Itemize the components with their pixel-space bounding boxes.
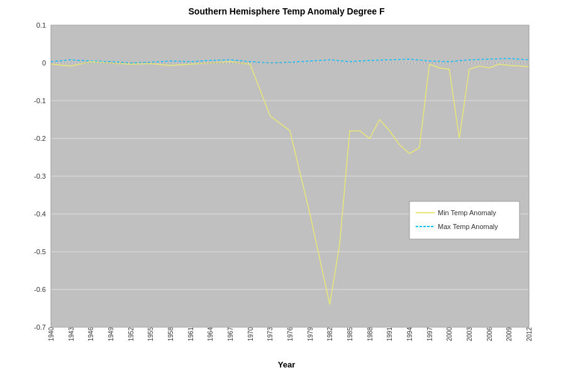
y-label-n04: -0.4	[34, 210, 46, 218]
chart-area: 0.1 0 -0.1 -0.2 -0.3 -0.4 -0.5 -0.6 -0.7…	[19, 19, 567, 359]
svg-text:1973: 1973	[267, 327, 274, 342]
svg-text:2006: 2006	[486, 327, 492, 342]
chart-title: Southern Hemisphere Temp Anomaly Degree …	[189, 6, 385, 16]
y-label-n06: -0.6	[34, 286, 46, 293]
svg-text:1976: 1976	[287, 327, 294, 342]
x-axis-label: Year	[278, 360, 295, 369]
svg-text:1997: 1997	[426, 327, 433, 342]
svg-text:1952: 1952	[127, 327, 134, 342]
svg-text:2000: 2000	[446, 327, 453, 342]
svg-text:1949: 1949	[108, 327, 114, 342]
svg-text:2009: 2009	[506, 327, 513, 342]
y-label-n03: -0.3	[34, 172, 46, 180]
svg-text:1982: 1982	[326, 327, 333, 342]
chart-svg: 0.1 0 -0.1 -0.2 -0.3 -0.4 -0.5 -0.6 -0.7…	[19, 19, 567, 359]
svg-text:1991: 1991	[386, 327, 393, 342]
svg-text:1946: 1946	[87, 327, 94, 342]
y-label-n01: -0.1	[34, 97, 46, 104]
svg-text:1967: 1967	[227, 327, 234, 342]
svg-text:1994: 1994	[406, 327, 413, 342]
legend-max-label: Max Temp Anomaly	[438, 223, 498, 230]
svg-text:1979: 1979	[306, 327, 313, 342]
svg-text:1961: 1961	[187, 327, 194, 342]
legend-min-label: Min Temp Anomaly	[438, 209, 496, 216]
y-label-n02: -0.2	[34, 135, 46, 142]
svg-text:1970: 1970	[247, 327, 253, 342]
legend-box	[409, 201, 520, 239]
y-label-n07: -0.7	[34, 323, 46, 331]
chart-container: Southern Hemisphere Temp Anomaly Degree …	[0, 0, 573, 392]
svg-text:1988: 1988	[366, 327, 373, 342]
svg-text:1964: 1964	[207, 327, 214, 342]
svg-text:2012: 2012	[526, 327, 533, 342]
svg-text:1958: 1958	[167, 327, 174, 342]
svg-text:1985: 1985	[347, 327, 353, 342]
y-label-01: 0.1	[36, 21, 45, 29]
y-label-n05: -0.5	[34, 248, 46, 255]
x-axis-labels: 1940 1943 1946 1949 1952 1955 1958 1961 …	[48, 327, 533, 342]
svg-text:1943: 1943	[67, 327, 74, 342]
svg-text:2003: 2003	[466, 327, 473, 342]
svg-text:1955: 1955	[147, 327, 154, 342]
svg-text:1940: 1940	[48, 327, 55, 342]
y-label-0: 0	[42, 59, 45, 67]
